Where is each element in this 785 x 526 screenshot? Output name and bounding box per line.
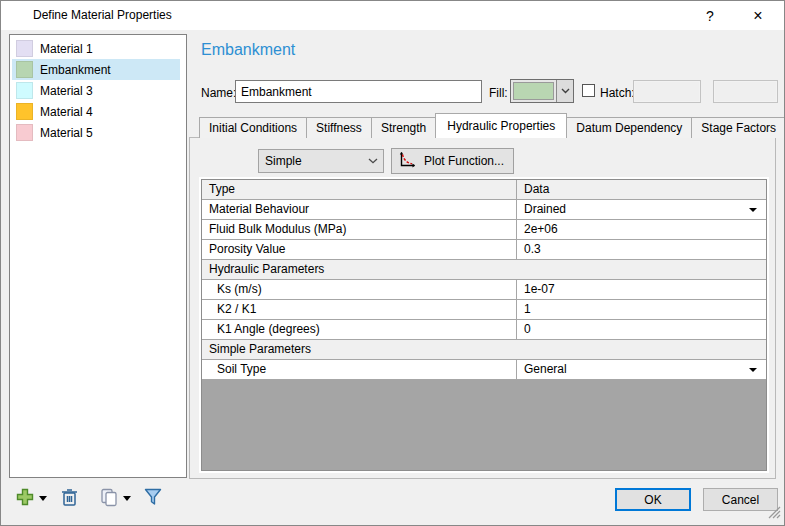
- tab-hydraulic-properties[interactable]: Hydraulic Properties: [435, 113, 567, 138]
- material-list-item-material4[interactable]: Material 4: [12, 101, 180, 122]
- column-header-data: Data: [517, 180, 766, 199]
- filter-materials-button[interactable]: [141, 486, 165, 510]
- material-label: Material 3: [40, 84, 93, 98]
- fill-color-swatch: [513, 82, 554, 100]
- property-name: Fluid Bulk Modulus (MPa): [202, 220, 517, 239]
- property-name: Porosity Value: [202, 240, 517, 259]
- model-dropdown-value: Simple: [259, 154, 363, 168]
- dialog-title: Define Material Properties: [33, 8, 172, 22]
- material-label: Material 1: [40, 42, 93, 56]
- ok-button[interactable]: OK: [615, 488, 691, 511]
- copy-material-button[interactable]: [97, 486, 121, 510]
- delete-material-button[interactable]: [57, 486, 81, 510]
- tab-stiffness[interactable]: Stiffness: [306, 117, 372, 138]
- material-color-swatch: [16, 82, 33, 99]
- material-list: Material 1 Embankment Material 3 Materia…: [9, 34, 187, 478]
- table-row-k1-angle: K1 Angle (degrees) 0: [202, 320, 766, 340]
- ok-button-label: OK: [644, 493, 661, 507]
- table-row-fluid-bulk-modulus: Fluid Bulk Modulus (MPa) 2e+06: [202, 220, 766, 240]
- property-tabs: Initial Conditions Stiffness Strength Hy…: [199, 113, 785, 138]
- filter-icon: [143, 487, 163, 510]
- material-color-swatch: [16, 124, 33, 141]
- hatch-label: Hatch:: [600, 86, 635, 100]
- table-row-porosity-value: Porosity Value 0.3: [202, 240, 766, 260]
- material-label: Embankment: [40, 63, 111, 77]
- property-name: K1 Angle (degrees): [202, 320, 517, 339]
- hatch-color-dropdown: [713, 80, 778, 103]
- table-section-hydraulic-parameters: Hydraulic Parameters: [202, 260, 766, 280]
- plot-function-button[interactable]: Plot Function...: [391, 148, 514, 174]
- property-name: Material Behaviour: [202, 200, 517, 219]
- property-name: K2 / K1: [202, 300, 517, 319]
- property-value-dropdown[interactable]: Drained: [517, 200, 766, 219]
- material-color-swatch: [16, 61, 33, 78]
- tab-strength[interactable]: Strength: [371, 117, 436, 138]
- property-value[interactable]: 1e-07: [517, 280, 766, 299]
- material-list-item-embankment[interactable]: Embankment: [12, 59, 180, 80]
- hatch-checkbox[interactable]: [582, 84, 595, 97]
- material-list-item-material1[interactable]: Material 1: [12, 38, 180, 59]
- copy-material-dropdown-caret[interactable]: [123, 496, 131, 501]
- fill-label: Fill:: [489, 86, 508, 100]
- copy-icon: [99, 487, 119, 510]
- cancel-button-label: Cancel: [722, 493, 759, 507]
- property-name: Soil Type: [202, 360, 517, 379]
- hatch-pattern-value: [635, 82, 699, 101]
- material-label: Material 5: [40, 126, 93, 140]
- material-list-item-material3[interactable]: Material 3: [12, 80, 180, 101]
- title-bar: Define Material Properties ? ×: [1, 1, 784, 30]
- fill-color-dropdown[interactable]: [510, 79, 574, 103]
- dropdown-arrow-icon: [749, 208, 757, 212]
- table-section-simple-parameters: Simple Parameters: [202, 340, 766, 360]
- property-name: Ks (m/s): [202, 280, 517, 299]
- material-color-swatch: [16, 103, 33, 120]
- help-button[interactable]: ?: [693, 1, 727, 30]
- property-table: Type Data Material Behaviour Drained Flu…: [201, 179, 767, 471]
- help-icon: ?: [706, 8, 714, 24]
- tab-initial-conditions[interactable]: Initial Conditions: [199, 117, 307, 138]
- plot-function-label: Plot Function...: [424, 154, 504, 168]
- cancel-button[interactable]: Cancel: [703, 488, 778, 511]
- hatch-color-value: [715, 82, 776, 101]
- tab-stage-factors[interactable]: Stage Factors: [691, 117, 785, 138]
- material-list-item-material5[interactable]: Material 5: [12, 122, 180, 143]
- close-button[interactable]: ×: [741, 1, 775, 30]
- property-value[interactable]: 1: [517, 300, 766, 319]
- column-header-type: Type: [202, 180, 517, 199]
- material-color-swatch: [16, 40, 33, 57]
- add-material-button[interactable]: [13, 486, 37, 510]
- property-value[interactable]: 2e+06: [517, 220, 766, 239]
- table-row-material-behaviour: Material Behaviour Drained: [202, 200, 766, 220]
- property-value[interactable]: 0: [517, 320, 766, 339]
- section-label: Hydraulic Parameters: [202, 260, 766, 279]
- selected-material-heading: Embankment: [201, 41, 295, 59]
- hatch-pattern-dropdown: [633, 80, 701, 103]
- plot-function-icon: [398, 151, 416, 172]
- table-row-k2-k1: K2 / K1 1: [202, 300, 766, 320]
- name-label: Name:: [201, 86, 236, 100]
- close-icon: ×: [753, 7, 762, 25]
- property-value-dropdown[interactable]: General: [517, 360, 766, 379]
- material-list-toolbar: [13, 485, 167, 511]
- table-header-row: Type Data: [202, 180, 766, 200]
- tab-datum-dependency[interactable]: Datum Dependency: [566, 117, 692, 138]
- chevron-down-icon: [561, 88, 570, 94]
- section-label: Simple Parameters: [202, 340, 766, 359]
- dropdown-arrow-icon: [749, 368, 757, 372]
- resize-grip[interactable]: [768, 506, 781, 522]
- material-label: Material 4: [40, 105, 93, 119]
- add-material-dropdown-caret[interactable]: [39, 496, 47, 501]
- table-row-ks: Ks (m/s) 1e-07: [202, 280, 766, 300]
- plus-icon: [15, 487, 35, 510]
- define-material-properties-dialog: Define Material Properties ? × Material …: [0, 0, 785, 526]
- trash-icon: [60, 487, 79, 510]
- name-input[interactable]: [235, 80, 482, 103]
- property-value[interactable]: 0.3: [517, 240, 766, 259]
- fill-dropdown-button[interactable]: [556, 80, 573, 102]
- table-row-soil-type: Soil Type General: [202, 360, 766, 380]
- chevron-down-icon: [368, 158, 378, 164]
- model-dropdown[interactable]: Simple: [258, 149, 384, 173]
